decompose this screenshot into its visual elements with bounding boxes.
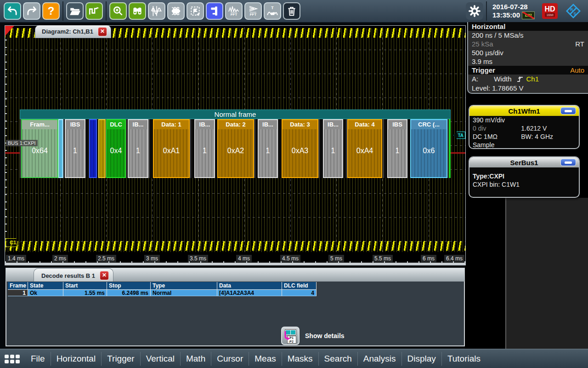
column-header-dlc-field[interactable]: DLC field [282, 282, 317, 289]
decode-block-value: 0xA1 [154, 147, 189, 155]
decode-block-value: 1 [129, 147, 147, 155]
gridline-horizontal [5, 241, 465, 242]
table-row[interactable]: 1Ok1.55 ms6.2498 msNormal[4]A1A2A3A44 [8, 289, 317, 296]
decode-block-dlc: DLC0x4 [106, 119, 126, 178]
column-header-stop[interactable]: Stop [107, 282, 151, 289]
column-header-start[interactable]: Start [63, 282, 107, 289]
decode-results-tab[interactable]: Decode results B 1 ✕ [34, 268, 113, 282]
decode-block-crc: CRC (...0x6 [410, 119, 447, 178]
decode-block-value: 0xA4 [348, 147, 381, 155]
menu-item-file[interactable]: File [25, 352, 51, 366]
delete-button[interactable] [283, 2, 300, 20]
folder-icon [69, 5, 81, 17]
menu-item-horizontal[interactable]: Horizontal [51, 352, 102, 366]
help-button[interactable]: ? [42, 2, 60, 20]
trigger-header: Trigger Auto [468, 66, 588, 75]
menu-item-display[interactable]: Display [401, 352, 441, 366]
table-cell: 1.55 ms [63, 289, 107, 296]
autoset-button[interactable] [85, 2, 103, 20]
trigger-channel: Ch1 [526, 75, 539, 83]
ch1wfm1-minimize-button[interactable] [560, 107, 576, 115]
caliper-button[interactable] [206, 2, 223, 20]
menu-item-meas[interactable]: Meas [249, 352, 281, 366]
open-dialog-button[interactable] [66, 2, 84, 20]
decode-results-close-button[interactable]: ✕ [100, 271, 109, 280]
zoom-button[interactable] [109, 2, 127, 20]
waveform-label-icon: T [266, 5, 278, 17]
decode-results-tab-label: Decode results B 1 [41, 272, 95, 279]
column-header-type[interactable]: Type [151, 282, 217, 289]
gear-icon [468, 5, 481, 17]
decode-block-value: 1 [66, 147, 85, 155]
diagram-tab[interactable]: Diagram2: Ch1,B1 ✕ [35, 25, 111, 38]
menu-item-math[interactable]: Math [180, 352, 211, 366]
waveform-label-button[interactable]: T [264, 2, 281, 20]
column-header-state[interactable]: State [28, 282, 63, 289]
decode-frame-band: Normal frame [20, 109, 451, 119]
ch1wfm1-header[interactable]: Ch1Wfm1 [469, 106, 579, 116]
decode-block-label: IB... [129, 120, 147, 129]
diagram-close-button[interactable]: ✕ [98, 27, 107, 36]
serbus1-minimize-button[interactable] [560, 159, 576, 166]
table-cell: [4]A1A2A3A4 [217, 289, 282, 296]
binoculars-icon [131, 5, 143, 17]
toolbar-divider [106, 1, 107, 21]
decode-block-label: IB... [259, 120, 277, 129]
autoset-icon [88, 5, 100, 17]
menu-item-vertical[interactable]: Vertical [140, 352, 180, 366]
hd-mode-badge[interactable]: HD 16bit [542, 3, 558, 19]
menu-item-masks[interactable]: Masks [282, 352, 318, 366]
menu-item-trigger[interactable]: Trigger [101, 352, 140, 366]
bottom-axis [5, 263, 465, 265]
decode-block-value: 1 [259, 147, 277, 155]
show-details-button[interactable]: -P1-P2 Show details [281, 327, 345, 345]
realtime-indicator: RT [575, 40, 584, 48]
menu-item-analysis[interactable]: Analysis [357, 352, 401, 366]
table-cell: 4 [282, 289, 317, 296]
measurement-icon [151, 5, 163, 17]
table-cell: Normal [151, 289, 217, 296]
decode-block-label: Data: 1 [154, 120, 189, 129]
horizontal-trigger-panel[interactable]: Horizontal 200 ns / 5 MSa/s 25 kSa RT 50… [467, 22, 588, 94]
menu-item-tutorials[interactable]: Tutorials [441, 352, 486, 366]
decode-block-data: Data: 40xA4 [347, 119, 382, 178]
column-header-data[interactable]: Data [217, 282, 282, 289]
mask-test-button[interactable] [167, 2, 185, 20]
toolbar-divider [486, 1, 487, 21]
zoom-icon [112, 5, 124, 17]
undo-button[interactable] [4, 2, 21, 20]
menu-item-search[interactable]: Search [318, 352, 357, 366]
serbus1-panel[interactable]: SerBus1 Type: CXPI CXPI bin: C1W1 [469, 156, 580, 198]
measurement-button[interactable] [148, 2, 165, 20]
decode-block-label: Fram... [22, 120, 57, 129]
decode-block-label: CRC (... [411, 120, 447, 129]
ch1-waveform-bottom [5, 241, 465, 251]
datetime-display[interactable]: 2016-07-28 13:35:00 LXI [492, 3, 535, 19]
column-header-frame[interactable]: Frame [8, 282, 28, 289]
horizontal-header: Horizontal [468, 22, 588, 31]
decode-block-ibs: IB...1 [323, 119, 343, 178]
record-length-row: 25 kSa RT [468, 40, 588, 48]
redo-button[interactable] [23, 2, 40, 20]
decode-block-ibs: IBS1 [65, 119, 85, 178]
toolbar-divider [62, 1, 63, 21]
trigger-position-marker[interactable] [5, 26, 14, 36]
serbus1-header[interactable]: SerBus1 [469, 157, 579, 167]
ch1-position-row: 0 div 1.6212 V [469, 124, 579, 132]
menu-grid-icon[interactable] [5, 355, 20, 363]
decode-block-label: Data: 2 [218, 120, 253, 129]
search-button[interactable] [129, 2, 146, 20]
decode-block-data: Data: 20xA2 [217, 119, 254, 178]
fft-button[interactable]: FFT [225, 2, 243, 20]
menu-item-cursor[interactable]: Cursor [211, 352, 249, 366]
ch1wfm1-panel[interactable]: Ch1Wfm1 390 mV/div 0 div 1.6212 V DC 1MΩ… [469, 105, 580, 149]
ch1-decimation-row: Sample [469, 141, 579, 149]
time-text: 13:35:00 [492, 11, 520, 19]
selection-button[interactable] [187, 2, 204, 20]
table-header-row: FrameStateStartStopTypeDataDLC field [8, 282, 317, 289]
setup-button[interactable] [466, 2, 483, 20]
fft-gate-button[interactable]: FFT [244, 2, 262, 20]
fft-icon: FFT [228, 6, 240, 17]
show-details-icon: -P1-P2 [281, 327, 300, 345]
decode-block-value: 0x4 [107, 147, 125, 155]
